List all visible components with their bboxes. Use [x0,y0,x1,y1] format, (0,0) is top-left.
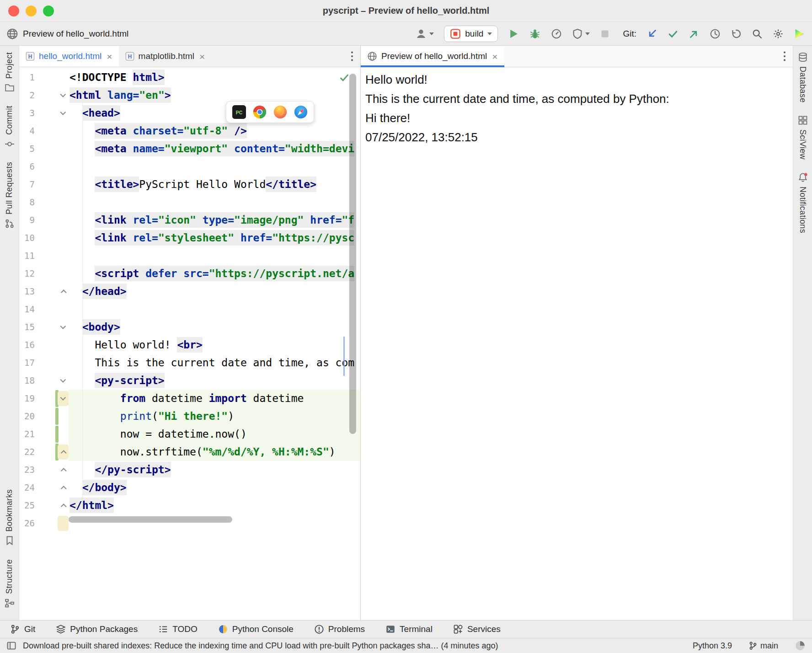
close-icon[interactable]: × [107,52,112,61]
editor-vertical-scrollbar[interactable] [349,74,356,434]
profiler-button[interactable] [551,28,562,39]
toolwindow-button-python-console[interactable]: Python Console [218,624,294,634]
toolwindow-button-structure[interactable]: Structure [5,559,15,608]
toolwindow-toggle-button[interactable] [6,641,16,651]
search-everywhere-button[interactable] [752,28,763,39]
code-text[interactable]: </html> [69,497,360,514]
coverage-button[interactable] [572,28,590,39]
toolwindow-button-python-packages[interactable]: Python Packages [56,624,138,634]
code-text[interactable] [69,158,360,176]
pycharm-icon[interactable]: PC [232,105,246,119]
editor-tab-hello-world-html[interactable]: Hhello_world.html× [19,46,119,67]
code-text[interactable] [69,193,360,211]
settings-button[interactable] [773,28,784,39]
stop-button[interactable] [600,29,610,39]
close-icon[interactable]: × [492,52,497,61]
progress-pie-icon[interactable] [795,640,806,651]
git-branch-widget[interactable]: main [748,641,778,651]
fold-down-icon[interactable] [60,323,66,329]
gutter-gap [35,265,58,283]
editor-content[interactable]: 1<!DOCTYPE html>2<html lang="en">3 <head… [19,67,360,620]
code-text[interactable]: Hello world! <br> [69,336,360,354]
code-text[interactable]: now = datetime.now() [69,425,360,443]
close-icon[interactable]: × [199,52,205,61]
profile-button[interactable] [415,28,434,40]
ide-logo-icon[interactable] [794,28,806,40]
code-text[interactable]: </body> [69,479,360,497]
code-text[interactable]: <meta charset="utf-8" /> [69,122,360,140]
code-text[interactable]: <head> [69,104,360,122]
firefox-icon[interactable] [273,105,287,119]
chrome-icon[interactable] [253,105,267,119]
code-token: import [209,391,247,406]
code-text[interactable]: print("Hi there!") [69,407,360,425]
toolwindow-button-commit[interactable]: Commit [5,106,15,149]
run-button[interactable] [508,28,519,39]
code-text[interactable] [69,300,360,318]
history-button[interactable] [710,28,721,39]
safari-icon[interactable] [294,105,308,119]
toolwindow-button-services[interactable]: Services [453,624,501,634]
code-text[interactable]: from datetime import datetime [69,390,360,407]
status-message[interactable]: Download pre-built shared indexes: Reduc… [23,641,498,651]
code-text[interactable]: <link rel="stylesheet" href="https://pys… [69,229,360,247]
debug-button[interactable] [529,28,541,40]
navigation-breadcrumb[interactable]: Preview of hello_world.html [6,28,128,40]
toolwindow-button-sciview[interactable]: SciView [798,115,808,160]
toolwindow-button-project[interactable]: Project [5,52,15,93]
fold-up-icon[interactable] [60,289,66,295]
stop-icon [600,29,610,39]
fold-area [58,391,69,406]
git-push-button[interactable] [689,28,700,39]
code-line: 5 <meta name="viewport" content="width=d… [19,140,360,158]
code-text[interactable]: </py-script> [69,461,360,479]
toolwindow-button-database[interactable]: Database [798,52,808,102]
code-text[interactable]: <body> [69,318,360,336]
fold-down-icon[interactable] [60,377,66,383]
code-text[interactable]: <meta name="viewport" content="width=dev… [69,140,360,158]
editor-tab-options-button[interactable] [344,46,360,67]
toolwindow-button-todo[interactable]: TODO [158,624,198,634]
code-text[interactable]: now.strftime("%m/%d/%Y, %H:%M:%S") [69,443,360,461]
toolwindow-button-pull-requests[interactable]: Pull Requests [5,162,15,229]
gutter-gap [35,69,58,86]
fold-area [58,479,69,497]
preview-options-button[interactable] [776,46,793,67]
rollback-button[interactable] [731,28,742,39]
toolwindow-button-notifications[interactable]: Notifications [798,172,808,233]
code-text[interactable]: This is the current date and time, as co… [69,354,360,372]
editor-horizontal-scrollbar[interactable] [69,516,232,523]
inspections-ok-icon[interactable] [339,73,349,85]
editor-tab-matplotlib-html[interactable]: Hmatplotlib.html× [119,46,212,67]
fold-up-icon[interactable] [60,486,66,492]
fold-down-icon[interactable] [60,395,66,401]
code-text[interactable]: <script defer src="https://pyscript.net/… [69,265,360,283]
line-number: 25 [19,497,35,514]
python-interpreter-widget[interactable]: Python 3.9 [693,641,732,651]
toolwindow-button-terminal[interactable]: Terminal [385,624,433,634]
run-config-selector[interactable]: build [444,26,498,42]
code-text[interactable]: </head> [69,283,360,300]
line-number: 18 [19,372,35,390]
code-token: rel= [133,212,158,228]
code-text[interactable]: <link rel="icon" type="image/png" href="… [69,211,360,229]
fold-down-icon[interactable] [60,109,66,115]
toolwindow-button-bookmarks[interactable]: Bookmarks [5,489,15,546]
code-token [69,105,82,121]
fold-up-icon[interactable] [60,503,66,509]
git-commit-button[interactable] [668,28,678,39]
preview-tab[interactable]: Preview of hello_world.html × [361,46,504,67]
fold-up-icon[interactable] [60,468,66,474]
fold-up-icon[interactable] [60,450,66,456]
toolwindow-button-problems[interactable]: Problems [314,624,365,634]
toolwindow-label: Pull Requests [5,162,14,214]
fold-area [58,104,69,122]
code-text[interactable] [69,247,360,265]
code-text[interactable]: <title>PyScript Hello World</title> [69,176,360,193]
toolwindow-button-git[interactable]: Git [10,624,35,634]
code-text[interactable]: <py-script> [69,372,360,390]
code-text[interactable]: <!DOCTYPE html> [69,69,360,86]
code-text[interactable]: <html lang="en"> [69,86,360,104]
fold-down-icon[interactable] [60,91,66,97]
git-update-button[interactable] [646,28,657,39]
